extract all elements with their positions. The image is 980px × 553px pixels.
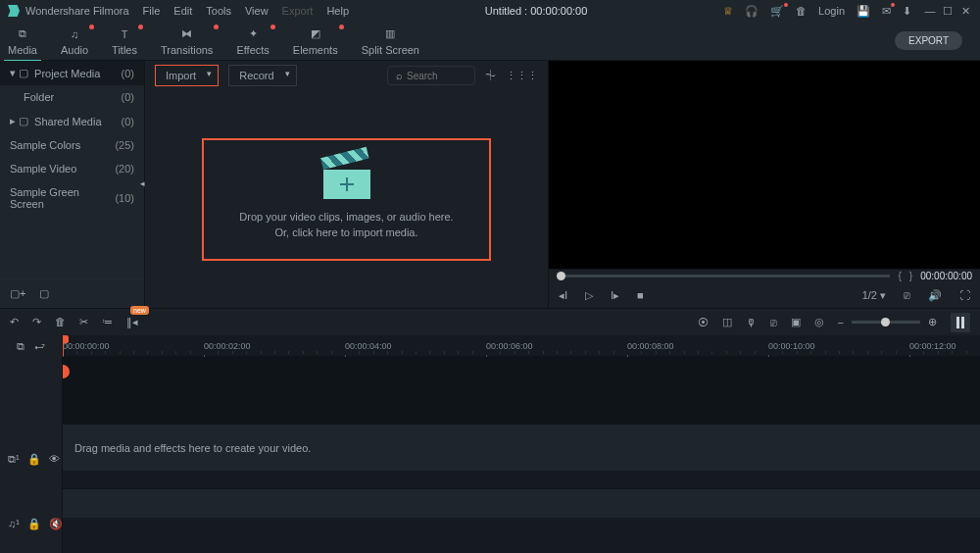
mute-icon[interactable]: 🔇 xyxy=(49,518,63,530)
import-dropdown[interactable]: Import xyxy=(155,65,219,86)
mail-icon[interactable]: ✉ xyxy=(882,5,891,18)
target-icon[interactable]: ◎ xyxy=(814,316,824,328)
copy-icon[interactable]: ⧉ xyxy=(17,340,24,353)
mark-in-brace[interactable]: { xyxy=(898,271,901,281)
app-name: Wondershare Filmora xyxy=(25,5,129,17)
marker-icon[interactable]: ‖◂ xyxy=(126,316,138,328)
keyframe-icon[interactable]: ▣ xyxy=(791,316,801,328)
filmora-icon xyxy=(8,5,20,17)
preview-controls: ◂Ⅰ ▷ Ⅰ▸ ■ 1/2 ▾ ⎚ 🔊 ⛶ xyxy=(549,281,980,309)
tab-audio[interactable]: ♫Audio xyxy=(61,26,88,56)
titlebar: Wondershare Filmora File Edit Tools View… xyxy=(0,0,980,22)
edit-icon[interactable]: ≔ xyxy=(102,316,113,328)
fullscreen-icon[interactable]: ⛶ xyxy=(959,289,970,301)
tab-transitions[interactable]: ⧓Transitions xyxy=(161,26,213,56)
tab-elements[interactable]: ◩Elements xyxy=(293,26,338,56)
close-button[interactable]: ✕ xyxy=(958,4,972,18)
login-link[interactable]: Login xyxy=(818,5,845,17)
dropzone-line1: Drop your video clips, images, or audio … xyxy=(239,209,453,226)
timeline-toolbar: ↶ ↷ 🗑 ✂ ≔ ‖◂ ⦿ ◫ 🎙 ⎚ ▣ ◎ − ⊕ xyxy=(0,308,980,335)
sidebar-item-shared-media[interactable]: ▸ ▢ Shared Media(0) xyxy=(0,109,144,133)
video-track-header[interactable]: ⧉¹🔒👁 xyxy=(0,435,62,482)
delete-icon[interactable]: 🗑 xyxy=(55,316,66,328)
timeline-ruler[interactable]: 00:00:00:0000:00:02:0000:00:04:0000:00:0… xyxy=(63,335,980,357)
document-title: Untitled : 00:00:00:00 xyxy=(363,5,710,17)
tab-split-screen[interactable]: ▥Split Screen xyxy=(362,26,419,56)
menu-edit[interactable]: Edit xyxy=(173,5,192,17)
crown-icon[interactable]: ♕ xyxy=(723,5,733,18)
save-icon[interactable]: 💾 xyxy=(857,5,870,18)
menu-tools[interactable]: Tools xyxy=(206,5,231,17)
link-icon[interactable]: ⮐ xyxy=(34,340,45,352)
search-box[interactable]: ⌕ xyxy=(387,66,475,85)
middle-row: ▾ ▢ Project Media(0) Folder(0) ▸ ▢ Share… xyxy=(0,61,980,308)
play-icon[interactable]: ▷ xyxy=(585,289,593,302)
mark-out-brace[interactable]: } xyxy=(909,271,912,281)
preview-panel: { } 00:00:00:00 ◂Ⅰ ▷ Ⅰ▸ ■ 1/2 ▾ ⎚ 🔊 ⛶ xyxy=(549,61,980,308)
timeline-hint: Drag media and effects here to create yo… xyxy=(74,442,311,454)
zoom-in-icon[interactable]: ⊕ xyxy=(928,316,937,328)
menu-file[interactable]: File xyxy=(143,5,161,17)
zoom-slider[interactable]: − ⊕ xyxy=(838,316,937,328)
tab-titles[interactable]: TTitles xyxy=(112,26,137,56)
tab-media[interactable]: ⧉Media xyxy=(8,26,37,56)
lock-icon[interactable]: 🔒 xyxy=(27,518,41,530)
zoom-out-icon[interactable]: − xyxy=(838,317,844,328)
titlebar-actions: ♕ 🎧 🛒 🗑 Login 💾 ✉ ⬇ — ☐ ✕ xyxy=(723,4,972,18)
export-button[interactable]: EXPORT xyxy=(895,31,962,50)
marker2-icon[interactable]: ◫ xyxy=(722,316,732,328)
stop-icon[interactable]: ■ xyxy=(637,289,644,301)
playhead[interactable] xyxy=(63,335,64,356)
prev-frame-icon[interactable]: ◂Ⅰ xyxy=(559,289,567,302)
preview-scrubber[interactable]: { } 00:00:00:00 xyxy=(549,270,980,281)
split-icon[interactable]: ✂ xyxy=(79,316,88,328)
app-logo: Wondershare Filmora xyxy=(8,5,129,17)
timeline-pause-button[interactable] xyxy=(951,313,970,332)
voiceover-icon[interactable]: 🎙 xyxy=(746,317,757,328)
render-icon[interactable]: ⦿ xyxy=(698,317,709,328)
record-dropdown[interactable]: Record xyxy=(228,65,296,86)
import-dropzone[interactable]: Drop your video clips, images, or audio … xyxy=(202,138,490,261)
audio-track[interactable] xyxy=(63,488,980,518)
menu-help[interactable]: Help xyxy=(326,5,349,17)
folder-icon[interactable]: ▢ xyxy=(39,287,49,300)
playback-ratio[interactable]: 1/2 ▾ xyxy=(862,289,886,302)
next-frame-icon[interactable]: Ⅰ▸ xyxy=(611,289,619,302)
sidebar-item-project-media[interactable]: ▾ ▢ Project Media(0) xyxy=(0,61,144,85)
filter-icon[interactable]: ⏆ xyxy=(485,70,496,81)
grid-view-icon[interactable]: ⋮⋮⋮ xyxy=(506,70,538,82)
dropzone-line2: Or, click here to import media. xyxy=(239,225,453,241)
eye-icon[interactable]: 👁 xyxy=(49,453,60,465)
sidebar-item-sample-green-screen[interactable]: Sample Green Screen(10) xyxy=(0,180,144,216)
sidebar-item-sample-video[interactable]: Sample Video(20) xyxy=(0,157,144,180)
preview-canvas[interactable] xyxy=(549,61,980,269)
sidebar-item-sample-colors[interactable]: Sample Colors(25) xyxy=(0,133,144,157)
main-menu: File Edit Tools View Export Help xyxy=(143,5,349,17)
video-track[interactable]: Drag media and effects here to create yo… xyxy=(63,424,980,471)
redo-icon[interactable]: ↷ xyxy=(32,316,41,328)
mixer-icon[interactable]: ⎚ xyxy=(770,317,777,328)
search-input[interactable] xyxy=(407,71,466,81)
menu-export: Export xyxy=(282,5,314,17)
headset-icon[interactable]: 🎧 xyxy=(745,5,759,18)
snapshot-icon[interactable]: ⎚ xyxy=(904,289,910,301)
media-panel: Import Record ⌕ ⏆ ⋮⋮⋮ Drop your video cl… xyxy=(145,61,549,308)
ribbon-tabs: ⧉Media ♫Audio TTitles ⧓Transitions ✦Effe… xyxy=(0,22,980,61)
timeline-tracks-area[interactable]: 00:00:00:0000:00:02:0000:00:04:0000:00:0… xyxy=(63,335,980,553)
maximize-button[interactable]: ☐ xyxy=(941,4,955,18)
lock-icon[interactable]: 🔒 xyxy=(27,453,41,466)
volume-icon[interactable]: 🔊 xyxy=(928,289,942,302)
undo-icon[interactable]: ↶ xyxy=(10,316,19,328)
download-icon[interactable]: ⬇ xyxy=(903,5,911,18)
search-icon: ⌕ xyxy=(396,70,403,81)
menu-view[interactable]: View xyxy=(245,5,269,17)
minimize-button[interactable]: — xyxy=(923,4,937,18)
sidebar-item-folder[interactable]: Folder(0) xyxy=(0,85,144,109)
new-folder-icon[interactable]: ▢+ xyxy=(10,287,25,300)
preview-timecode: 00:00:00:00 xyxy=(920,271,972,281)
timeline-track-headers: ⧉ ⮐ ⧉¹🔒👁 ♫¹🔒🔇 xyxy=(0,335,63,553)
cart-icon[interactable]: 🛒 xyxy=(770,5,784,18)
audio-track-header[interactable]: ♫¹🔒🔇 xyxy=(0,500,62,547)
trash-icon[interactable]: 🗑 xyxy=(796,5,807,17)
tab-effects[interactable]: ✦Effects xyxy=(236,26,269,56)
